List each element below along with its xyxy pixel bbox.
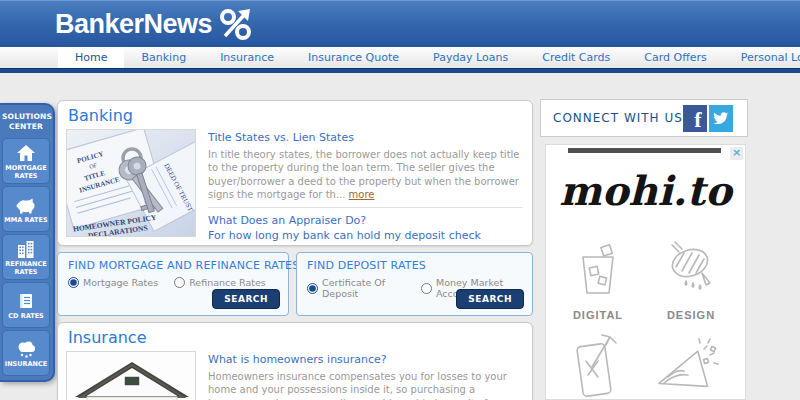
mortgage-rates-radio[interactable] (68, 277, 79, 288)
piggy-bank-icon (15, 195, 37, 215)
page: BankerNews Home Banking Insurance Insura… (0, 0, 800, 400)
sidebar-item-insurance[interactable]: INSURANCE (2, 330, 50, 376)
ledger-icon (17, 291, 35, 311)
insurance-section: Insurance (57, 322, 533, 400)
ad-progress-bar (568, 148, 721, 153)
ad-cone-confetti-illustration (654, 337, 720, 397)
banking-link[interactable]: What Does an Appraiser Do? (208, 213, 523, 228)
ad-label-design: DESIGN (646, 309, 736, 321)
nav-item-insurance[interactable]: Insurance (203, 47, 291, 68)
home-icon (16, 143, 36, 163)
banking-section: Banking POLICY OF TITLE INSURAN (57, 100, 533, 246)
ad-brand-logo[interactable]: mohi.to (546, 167, 745, 214)
buildings-icon (16, 239, 36, 259)
site-header: BankerNews (0, 0, 800, 47)
sidebar-item-refinance-rates[interactable]: REFINANCE RATES (2, 234, 50, 280)
money-market-account-radio[interactable] (421, 283, 432, 294)
nav-item-card-offers[interactable]: Card Offers (627, 47, 724, 68)
banking-article-title-link[interactable]: Title States vs. Lien States (208, 131, 523, 144)
sidebar-item-mma-rates[interactable]: MMA RATES (2, 186, 50, 232)
nav-item-banking[interactable]: Banking (124, 47, 203, 68)
nav-item-home[interactable]: Home (58, 47, 124, 68)
insurance-article-excerpt: Homeowners insurance compensates you for… (208, 370, 523, 400)
radio-option-mortgage-rates[interactable]: Mortgage Rates (68, 277, 158, 288)
ad-label-digital: DIGITAL (553, 309, 643, 321)
sidebar-item-label: MORTGAGE RATES (3, 164, 49, 180)
insurance-article-photo (66, 351, 196, 400)
nav-item-personal-loans[interactable]: Personal Loans (724, 47, 800, 68)
site-logo[interactable]: BankerNews (55, 8, 253, 40)
deposit-search-button[interactable]: SEARCH (456, 289, 524, 309)
nav-item-payday-loans[interactable]: Payday Loans (416, 47, 525, 68)
connect-with-us-label: CONNECT WITH US (553, 111, 683, 125)
banking-more-link[interactable]: more (349, 189, 375, 200)
cloud-rain-icon (15, 339, 37, 359)
insurance-section-title: Insurance (58, 323, 532, 348)
sidebar-item-label: INSURANCE (4, 360, 49, 368)
refinance-rates-radio[interactable] (174, 277, 185, 288)
banking-article-photo: POLICY OF TITLE INSURANCE DEED OF TRUST … (66, 129, 196, 237)
facebook-icon[interactable]: f (683, 105, 707, 132)
mortgage-rate-search-box: FIND MORTGAGE AND REFINANCE RATES Mortga… (57, 252, 289, 316)
insurance-article-title-link[interactable]: What is homeowners insurance? (208, 353, 523, 366)
nav-item-credit-cards[interactable]: Credit Cards (525, 47, 627, 68)
radio-label: Certificate Of Deposit (322, 277, 405, 299)
sidebar-item-label: REFINANCE RATES (3, 260, 49, 276)
deposit-rate-search-title: FIND DEPOSIT RATES (307, 259, 524, 272)
twitter-icon[interactable] (709, 105, 733, 132)
banking-section-title: Banking (58, 101, 532, 126)
banking-link[interactable]: For how long my bank can hold my deposit… (208, 228, 523, 243)
ad-lime-pencil-illustration (662, 239, 718, 299)
mortgage-search-button[interactable]: SEARCH (212, 289, 280, 309)
advertisement: × mohi.to DIGITAL DESIGN (545, 144, 746, 400)
sidebar-item-cd-rates[interactable]: CD RATES (2, 282, 50, 328)
main-nav: Home Banking Insurance Insurance Quote P… (0, 47, 800, 68)
solutions-center-title: SOLUTIONS CENTER (2, 107, 50, 138)
radio-option-certificate-of-deposit[interactable]: Certificate Of Deposit (307, 277, 405, 299)
ad-drink-glass-illustration (573, 243, 621, 299)
sidebar-item-label: CD RATES (7, 312, 45, 320)
sidebar-item-label: MMA RATES (3, 216, 48, 224)
nav-divider-bar (0, 68, 800, 73)
divider (208, 207, 523, 208)
ad-phone-drink-illustration (572, 331, 624, 399)
radio-label: Refinance Rates (189, 277, 266, 288)
deposit-rate-search-box: FIND DEPOSIT RATES Certificate Of Deposi… (296, 252, 533, 316)
radio-label: Mortgage Rates (83, 277, 158, 288)
radio-option-refinance-rates[interactable]: Refinance Rates (174, 277, 266, 288)
solutions-center-panel: SOLUTIONS CENTER MORTGAGE RATES MMA RATE… (0, 103, 55, 382)
mortgage-rate-search-title: FIND MORTGAGE AND REFINANCE RATES (68, 259, 280, 272)
ad-close-icon[interactable]: × (730, 147, 743, 160)
banking-links-list: What Does an Appraiser Do? For how long … (208, 213, 523, 246)
sidebar-item-mortgage-rates[interactable]: MORTGAGE RATES (2, 138, 50, 184)
certificate-of-deposit-radio[interactable] (307, 283, 318, 294)
banking-article-excerpt: In title theory states, the borrower doe… (208, 148, 523, 201)
connect-with-us-box: CONNECT WITH US f (540, 99, 748, 137)
banking-link[interactable]: Mortgage Acceleration Clause-Definition (208, 243, 523, 246)
nav-item-insurance-quote[interactable]: Insurance Quote (291, 47, 416, 68)
logo-text: BankerNews (55, 9, 212, 40)
percent-arrow-icon (219, 8, 253, 40)
